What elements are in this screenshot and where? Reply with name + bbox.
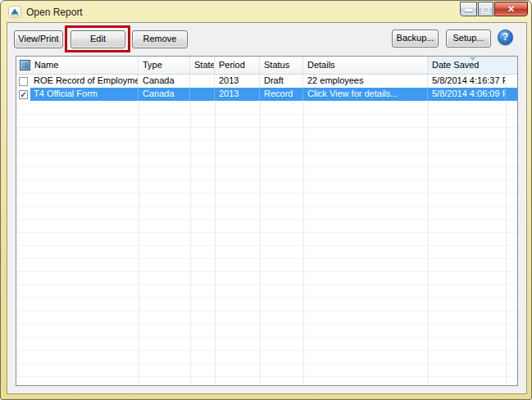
cell-name: ROE Record of Employment — [16, 75, 139, 88]
cell-period: 2013 — [215, 75, 260, 88]
empty-list-area — [16, 102, 517, 385]
cell-filler — [506, 88, 517, 101]
maximize-button[interactable] — [478, 2, 493, 16]
minimize-button[interactable] — [460, 2, 477, 16]
column-header-type[interactable]: Type — [139, 57, 190, 74]
sort-descending-icon — [470, 57, 476, 61]
cell-status: Draft — [260, 75, 303, 88]
remove-button[interactable]: Remove — [132, 30, 188, 48]
checkbox-gutter: ✓ — [16, 88, 30, 101]
column-header-name-label: Name — [34, 60, 58, 70]
row-checkbox-unchecked[interactable] — [19, 77, 28, 86]
edit-highlight-annotation — [65, 25, 130, 52]
column-header-period[interactable]: Period — [215, 57, 260, 74]
column-header-status[interactable]: Status — [260, 57, 303, 74]
cell-details: Click View for details... — [303, 88, 428, 101]
cell-type: Canada — [139, 88, 190, 101]
minimize-icon — [465, 9, 472, 11]
table-row-t4-selected[interactable]: ✓ T4 Official Form Canada 2013 Record Cl… — [16, 88, 517, 101]
report-name: ROE Record of Employment — [30, 75, 138, 88]
list-header: Name Type State Period Status Details Da… — [16, 57, 517, 75]
column-header-state[interactable]: State — [190, 57, 215, 74]
cell-date-saved: 5/8/2014 4:06:09 PM — [428, 88, 506, 101]
setup-button[interactable]: Setup... — [446, 30, 491, 48]
cell-details: 22 employees — [303, 75, 428, 88]
cell-state — [190, 88, 215, 101]
open-report-window: Open Report ✕ View/Print Edit Remove Bac… — [0, 0, 532, 400]
close-button[interactable]: ✕ — [494, 2, 528, 16]
window-title: Open Report — [26, 7, 83, 18]
backup-button[interactable]: Backup... — [392, 30, 439, 48]
column-header-date-saved[interactable]: Date Saved — [428, 57, 517, 74]
view-print-button[interactable]: View/Print — [14, 30, 63, 48]
cell-name: ✓ T4 Official Form — [16, 88, 139, 101]
cell-status: Record — [260, 88, 303, 101]
titlebar[interactable]: Open Report ✕ — [1, 1, 531, 22]
cell-date-saved: 5/8/2014 4:16:37 PM — [428, 75, 506, 88]
table-row-roe[interactable]: ROE Record of Employment Canada 2013 Dra… — [16, 75, 517, 88]
checkbox-gutter — [16, 75, 30, 88]
app-logo-icon — [8, 6, 21, 18]
cell-filler — [506, 75, 517, 88]
cell-type: Canada — [139, 75, 190, 88]
report-name: T4 Official Form — [30, 88, 98, 101]
row-checkbox-checked[interactable]: ✓ — [19, 90, 28, 99]
maximize-icon — [482, 7, 489, 13]
select-all-checkbox-icon[interactable] — [20, 60, 30, 70]
report-list: Name Type State Period Status Details Da… — [16, 56, 518, 386]
cell-state — [190, 75, 215, 88]
cell-period: 2013 — [215, 88, 260, 101]
column-header-name[interactable]: Name — [16, 57, 139, 74]
column-header-details[interactable]: Details — [303, 57, 428, 74]
column-header-date-saved-label: Date Saved — [432, 60, 479, 70]
help-icon[interactable]: ? — [498, 30, 513, 45]
